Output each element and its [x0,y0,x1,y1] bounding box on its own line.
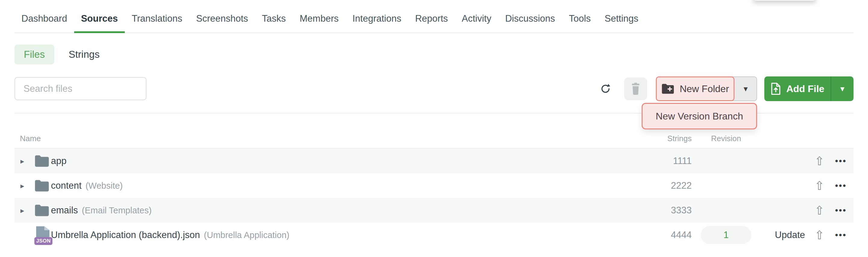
strings-count: 4444 [655,230,692,241]
json-badge: JSON [34,237,53,245]
file-note: (Umbrella Application) [204,230,290,240]
update-link[interactable]: Update [775,230,805,240]
revision-badge[interactable]: 1 [701,226,751,244]
new-folder-dropdown-toggle[interactable]: ▾ [731,76,757,101]
menu-item-new-version-branch[interactable]: New Version Branch [656,111,743,122]
file-name[interactable]: app [51,156,67,167]
folder-icon [30,179,50,193]
more-actions-icon[interactable]: ••• [828,230,854,240]
nav-item-tools[interactable]: Tools [562,13,598,33]
file-note: (Email Templates) [82,206,152,216]
expand-caret-icon[interactable]: ▸ [14,206,30,215]
table-row[interactable]: JSON Umbrella Application (backend).json… [14,223,854,247]
tab-strings[interactable]: Strings [69,49,100,60]
more-actions-icon[interactable]: ••• [828,181,854,190]
new-folder-label: New Folder [680,83,729,95]
column-header-strings: Strings [655,134,692,143]
file-note: (Website) [86,181,123,191]
table-row[interactable]: ▸ emails (Email Templates) 3333 ⇧ ••• [14,198,854,223]
refresh-button[interactable] [596,76,615,101]
folder-icon [30,154,50,168]
view-switch-tabs: Files Strings [14,44,868,64]
add-file-split-button[interactable]: Add File ▾ [764,76,854,101]
upload-icon[interactable]: ⇧ [811,228,828,242]
strings-count: 1111 [655,156,692,167]
nav-item-sources[interactable]: Sources [74,13,125,33]
toolbar-actions: New Folder ▾ Add File [596,76,854,101]
strings-count: 2222 [655,180,692,191]
nav-item-dashboard[interactable]: Dashboard [14,13,74,33]
project-nav: Dashboard Sources Translations Screensho… [14,0,854,33]
file-name[interactable]: content [51,180,82,191]
search-input[interactable] [14,77,147,100]
more-actions-icon[interactable]: ••• [828,156,854,166]
add-file-dropdown-toggle[interactable]: ▾ [831,76,854,101]
more-actions-icon[interactable]: ••• [828,206,854,215]
trash-icon [630,83,641,95]
expand-caret-icon[interactable]: ▸ [14,181,30,190]
nav-item-settings[interactable]: Settings [598,13,645,33]
new-folder-button[interactable]: New Folder [656,76,735,101]
chevron-down-icon: ▾ [840,84,844,94]
tab-files[interactable]: Files [14,44,54,64]
table-row[interactable]: ▸ app 1111 ⇧ ••• [14,149,854,173]
nav-item-members[interactable]: Members [293,13,345,33]
column-header-name: Name [14,134,655,143]
file-name[interactable]: emails [51,205,78,216]
nav-item-discussions[interactable]: Discussions [498,13,562,33]
strings-count: 3333 [655,205,692,216]
nav-item-integrations[interactable]: Integrations [345,13,408,33]
folder-plus-icon [661,83,675,94]
new-folder-split-button: New Folder ▾ [656,76,757,101]
file-name[interactable]: Umbrella Application (backend).json [51,230,200,241]
new-folder-dropdown-menu: New Version Branch [642,103,757,130]
column-header-revision: Revision [701,134,751,143]
upload-icon[interactable]: ⇧ [811,179,828,193]
table-row[interactable]: ▸ content (Website) 2222 ⇧ ••• [14,173,854,198]
nav-item-reports[interactable]: Reports [408,13,455,33]
upload-icon[interactable]: ⇧ [811,204,828,217]
nav-item-activity[interactable]: Activity [455,13,498,33]
expand-caret-icon[interactable]: ▸ [14,157,30,166]
refresh-icon [599,83,612,95]
json-file-icon: JSON [30,226,50,244]
add-file-label: Add File [786,83,824,95]
chevron-down-icon: ▾ [744,84,748,94]
sources-files-page: Dashboard Sources Translations Screensho… [0,0,868,257]
nav-item-translations[interactable]: Translations [125,13,189,33]
add-file-button[interactable]: Add File [764,76,831,101]
delete-button[interactable] [624,77,647,100]
file-upload-icon [771,83,781,95]
nav-item-tasks[interactable]: Tasks [255,13,293,33]
folder-icon [30,204,50,217]
files-toolbar: New Folder ▾ Add File [0,76,868,101]
nav-item-screenshots[interactable]: Screenshots [189,13,255,33]
upload-icon[interactable]: ⇧ [811,154,828,168]
